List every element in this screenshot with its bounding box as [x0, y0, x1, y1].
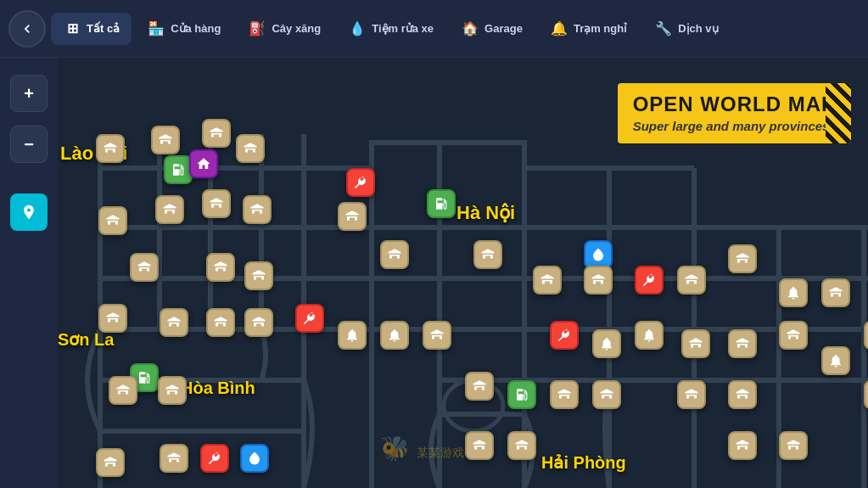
top-navigation: ⊞Tất cả🏪Cửa hàng⛽Cây xăng💧Tiệm rửa xe🏠Ga…: [0, 0, 868, 58]
tab-icon-store: 🏪: [147, 20, 165, 38]
map-icon-wrench-18[interactable]: [295, 304, 324, 333]
map-icon-bell-31[interactable]: [380, 321, 409, 350]
nav-tabs: ⊞Tất cả🏪Cửa hàng⛽Cây xăng💧Tiệm rửa xe🏠Ga…: [51, 13, 860, 45]
tab-icon-carwash: 💧: [348, 20, 367, 38]
info-banner: OPEN WORLD MAP Super large and many prov…: [618, 83, 851, 143]
map-icon-water-24[interactable]: [584, 240, 613, 269]
nav-tab-garage[interactable]: 🏠Garage: [449, 13, 535, 45]
tab-icon-fuel: ⛽: [248, 20, 266, 38]
nav-tab-fuel[interactable]: ⛽Cây xăng: [236, 13, 333, 45]
back-button[interactable]: [8, 10, 46, 48]
map-icon-shop-58[interactable]: [109, 376, 137, 405]
map-icon-shop-49[interactable]: [728, 380, 757, 409]
map-area[interactable]: Lào Cai Hà Nội Sơn La Hòa Bình Hải Phòng…: [58, 58, 868, 488]
map-icon-shop-55[interactable]: [160, 444, 188, 473]
locate-button[interactable]: [10, 194, 48, 231]
map-icon-shop-41[interactable]: [821, 278, 850, 307]
map-icon-bell-43[interactable]: [821, 346, 850, 375]
map-icon-shop-20[interactable]: [380, 240, 409, 269]
map-icon-shop-48[interactable]: [677, 380, 706, 409]
tab-icon-all: ⊞: [63, 20, 81, 38]
map-icon-wrench-21[interactable]: [346, 168, 375, 197]
map-icon-shop-47[interactable]: [592, 380, 621, 409]
tab-icon-garage: 🏠: [461, 20, 479, 38]
nav-tab-service[interactable]: 🔧Dịch vụ: [642, 13, 730, 45]
map-icon-bell-36[interactable]: [592, 329, 621, 358]
map-icon-fuel-22[interactable]: [427, 189, 456, 218]
map-icon-shop-44[interactable]: [864, 321, 868, 350]
map-icon-fuel-34[interactable]: [507, 380, 536, 409]
map-icon-shop-29[interactable]: [728, 244, 757, 273]
tab-icon-rest: 🔔: [550, 20, 568, 38]
map-icon-shop-45[interactable]: [864, 380, 868, 409]
map-icon-shop-14[interactable]: [160, 308, 188, 337]
map-icon-bell-37[interactable]: [635, 321, 664, 350]
map-icon-shop-59[interactable]: [158, 376, 187, 405]
banner-title: OPEN WORLD MAP: [633, 93, 836, 115]
map-icon-bell-40[interactable]: [779, 278, 808, 307]
nav-tab-rest[interactable]: 🔔Trạm nghỉ: [538, 13, 639, 45]
left-controls: + −: [0, 58, 58, 488]
map-icon-wrench-56[interactable]: [200, 444, 229, 473]
map-icon-shop-52[interactable]: [728, 431, 757, 460]
nav-tab-all[interactable]: ⊞Tất cả: [51, 13, 132, 45]
map-icon-wrench-35[interactable]: [550, 321, 579, 350]
banner-subtitle: Super large and many provinces: [633, 119, 836, 133]
map-icon-shop-12[interactable]: [244, 261, 273, 290]
map-icon-shop-13[interactable]: [98, 304, 127, 333]
map-icon-shop-15[interactable]: [206, 308, 235, 337]
map-icon-shop-2[interactable]: [202, 119, 231, 148]
map-icon-shop-19[interactable]: [338, 202, 367, 231]
map-icon-bell-30[interactable]: [338, 321, 367, 350]
map-icon-shop-42[interactable]: [779, 321, 808, 350]
banner-stripes: [826, 83, 851, 143]
tab-label-fuel: Cây xăng: [272, 22, 321, 35]
map-icon-shop-25[interactable]: [533, 266, 562, 294]
map-icon-shop-23[interactable]: [473, 240, 502, 269]
map-icon-shop-7[interactable]: [155, 195, 184, 224]
map-icon-shop-9[interactable]: [243, 195, 272, 224]
map-icon-shop-51[interactable]: [507, 431, 536, 460]
map-icon-shop-39[interactable]: [728, 329, 757, 358]
map-icon-shop-54[interactable]: [96, 448, 125, 477]
map-icon-shop-1[interactable]: [151, 126, 180, 154]
tab-label-all: Tất cả: [87, 22, 120, 35]
tab-label-rest: Trạm nghỉ: [574, 22, 627, 35]
map-icon-shop-11[interactable]: [206, 253, 235, 282]
nav-tab-carwash[interactable]: 💧Tiệm rửa xe: [336, 13, 445, 45]
map-icon-shop-16[interactable]: [244, 308, 273, 337]
map-icon-shop-8[interactable]: [202, 189, 231, 218]
map-icon-shop-33[interactable]: [465, 372, 494, 401]
map-icon-fuel-3[interactable]: [164, 155, 193, 184]
tab-label-carwash: Tiệm rửa xe: [372, 22, 434, 35]
tab-label-garage: Garage: [484, 22, 523, 35]
map-icon-shop-0[interactable]: [96, 134, 125, 163]
map-icon-shop-50[interactable]: [465, 431, 494, 460]
map-icon-shop-53[interactable]: [779, 431, 808, 460]
tab-label-service: Dịch vụ: [678, 22, 718, 35]
tab-label-store: Cửa hàng: [171, 22, 221, 35]
map-icon-shop-10[interactable]: [130, 253, 159, 282]
nav-tab-store[interactable]: 🏪Cửa hàng: [135, 13, 232, 45]
zoom-out-button[interactable]: −: [10, 126, 48, 163]
map-icon-shop-5[interactable]: [236, 134, 265, 163]
map-icon-wrench-27[interactable]: [635, 266, 664, 294]
zoom-in-button[interactable]: +: [10, 75, 48, 112]
map-icon-shop-46[interactable]: [550, 380, 579, 409]
map-icon-shop-32[interactable]: [423, 321, 451, 350]
map-icon-shop-6[interactable]: [98, 206, 127, 235]
map-icon-water-57[interactable]: [240, 444, 269, 473]
map-icon-shop-28[interactable]: [677, 266, 706, 294]
tab-icon-service: 🔧: [654, 20, 673, 38]
map-icon-home-4[interactable]: [189, 149, 218, 178]
map-icon-shop-26[interactable]: [584, 266, 613, 294]
map-icon-shop-38[interactable]: [681, 329, 710, 358]
